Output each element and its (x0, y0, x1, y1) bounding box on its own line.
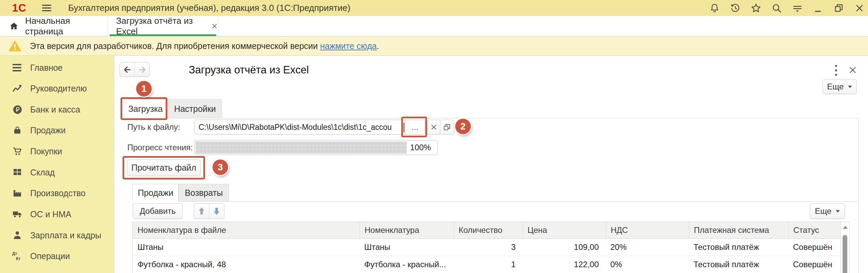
text-cursor (404, 123, 404, 132)
add-row-button[interactable]: Добавить (133, 203, 183, 219)
file-path-label: Путь к файлу: (127, 120, 180, 135)
cell-price[interactable]: 122,00 (522, 256, 606, 273)
star-icon[interactable] (750, 2, 762, 14)
cell-payment-system[interactable]: Тестовый платёж (689, 239, 788, 256)
clear-path-button[interactable] (427, 120, 441, 135)
cell-quantity[interactable]: 3 (454, 239, 522, 256)
history-icon[interactable] (730, 2, 741, 14)
back-button[interactable] (120, 63, 134, 76)
cell-status[interactable]: Совершён (788, 239, 841, 256)
cell-nomenclature-file[interactable]: Футболка - красный, 48 (133, 256, 359, 273)
scrollbar-thumb[interactable] (843, 235, 847, 273)
minimize-icon[interactable] (812, 2, 824, 14)
tab-excel-report-label: Загрузка отчёта из Excel (116, 16, 206, 37)
cell-vat[interactable]: 20% (606, 239, 689, 256)
data-tabstrip: Продажи Возвраты (132, 184, 858, 202)
col-header[interactable]: Статус (788, 222, 841, 239)
header-more-button[interactable]: Еще (823, 79, 857, 94)
close-icon[interactable] (854, 2, 865, 14)
table-row[interactable]: Штаны Штаны 3 109,00 20% Тестовый платёж… (133, 239, 841, 256)
cell-nomenclature[interactable]: Штаны (359, 239, 454, 256)
history-nav-group (119, 62, 150, 77)
sidebar-item-glavnoe[interactable]: Главное (0, 57, 114, 78)
sidebar-item-label: Операции (30, 251, 70, 261)
restore-icon[interactable] (833, 2, 845, 14)
sidebar-item-proizvodstvo[interactable]: Производство (0, 183, 114, 204)
cell-nomenclature[interactable]: Футболка - красный... (359, 256, 454, 273)
arrow-up-icon (198, 206, 206, 216)
choose-file-button[interactable]: ... (405, 120, 425, 134)
cell-nomenclature-file[interactable]: Штаны (133, 239, 359, 256)
tab-excel-report[interactable]: Загрузка отчёта из Excel (108, 16, 218, 36)
col-header[interactable]: Количество (454, 222, 522, 239)
progress-fill (196, 141, 407, 154)
sidebar-item-label: Банк и касса (30, 105, 80, 115)
cell-status[interactable]: Совершён (788, 256, 841, 273)
progress-bar: 100% (194, 140, 438, 155)
col-header[interactable]: Номенклатура (359, 222, 454, 239)
sidebar-item-label: Зарплата и кадры (30, 231, 101, 240)
read-file-button[interactable]: Прочитать файл (127, 159, 201, 176)
search-icon[interactable] (771, 2, 782, 14)
sidebar-item-rukovoditelyu[interactable]: Руководителю (0, 78, 114, 99)
col-header[interactable]: Платежная система (689, 222, 788, 239)
cell-payment-system[interactable]: Тестовый платёж (689, 256, 788, 273)
more-dots-icon[interactable] (832, 63, 840, 78)
move-row-group (194, 203, 224, 219)
form-tabstrip: Загрузка Настройки (123, 99, 858, 118)
tab-zagruzka[interactable]: Загрузка (123, 99, 168, 118)
debit-credit-icon: ДтКт (12, 251, 23, 261)
forward-button[interactable] (134, 63, 149, 76)
truck-icon (12, 210, 23, 218)
annotation-badge-3: 3 (213, 159, 228, 175)
file-path-value: C:\Users\Mi\D\RabotaPK\dist-Modules\1c\d… (195, 120, 403, 134)
open-file-button[interactable] (440, 120, 454, 135)
form-close-icon[interactable] (847, 65, 858, 75)
main-menu-icon[interactable] (792, 2, 803, 14)
cell-price[interactable]: 109,00 (522, 239, 606, 256)
svg-text:Дт: Дт (12, 251, 17, 256)
bell-icon[interactable] (709, 2, 720, 14)
table-row[interactable]: Футболка - красный, 48 Футболка - красны… (133, 256, 841, 273)
move-down-button[interactable] (209, 204, 224, 219)
col-header[interactable]: Номенклатура в файле (133, 222, 359, 239)
col-header[interactable]: Цена (522, 222, 606, 239)
sidebar-item-operacii[interactable]: ДтКт Операции (0, 245, 114, 267)
sidebar-item-zarplata-i-kadry[interactable]: Зарплата и кадры (0, 225, 114, 246)
sidebar-item-bank-i-kassa[interactable]: Банк и касса (0, 99, 114, 120)
person-icon (12, 231, 23, 240)
sidebar-item-os-i-nma[interactable]: ОС и НМА (0, 204, 114, 225)
cell-vat[interactable]: 0% (606, 256, 689, 273)
sidebar-item-sklad[interactable]: Склад (0, 162, 114, 183)
cell-quantity[interactable]: 1 (454, 256, 522, 273)
tab-nastroyki[interactable]: Настройки (168, 99, 222, 118)
scroll-up-icon[interactable] (843, 226, 848, 229)
tab-close-icon[interactable] (211, 23, 218, 30)
col-header[interactable]: НДС (606, 222, 689, 239)
sidebar-item-label: ОС и НМА (30, 209, 71, 219)
tab-prodazhi[interactable]: Продажи (132, 184, 179, 202)
home-icon (9, 21, 19, 31)
hamburger-menu-icon[interactable] (42, 5, 51, 11)
sidebar-item-pokupki[interactable]: Покупки (0, 141, 114, 162)
menu-lines-icon (12, 64, 23, 72)
tab-home-label: Начальная страница (25, 16, 108, 37)
sidebar-item-partial[interactable] (0, 267, 114, 273)
buy-commercial-link[interactable]: нажмите сюда (320, 41, 377, 51)
tab-home[interactable]: Начальная страница (0, 16, 108, 36)
tab-vozvraty[interactable]: Возвраты (179, 184, 229, 201)
file-path-input[interactable]: C:\Users\Mi\D\RabotaPK\dist-Modules\1c\d… (194, 120, 425, 135)
arrow-down-icon (213, 206, 221, 216)
chevron-down-icon (848, 86, 852, 88)
svg-text:Кт: Кт (16, 256, 20, 261)
table-scrollbar[interactable] (841, 222, 849, 273)
titlebar-icons (709, 0, 865, 16)
toolbar-more-label: Еще (815, 206, 832, 216)
move-up-button[interactable] (194, 204, 209, 219)
chevron-down-icon (836, 210, 840, 212)
app-window: 1С Бухгалтерия предприятия (учебная), ре… (0, 0, 868, 273)
sidebar-item-label: Главное (30, 63, 63, 73)
toolbar-more-button[interactable]: Еще (810, 203, 845, 219)
window-title: Бухгалтерия предприятия (учебная), редак… (68, 3, 351, 13)
sidebar-item-prodazhi[interactable]: Продажи (0, 120, 114, 141)
